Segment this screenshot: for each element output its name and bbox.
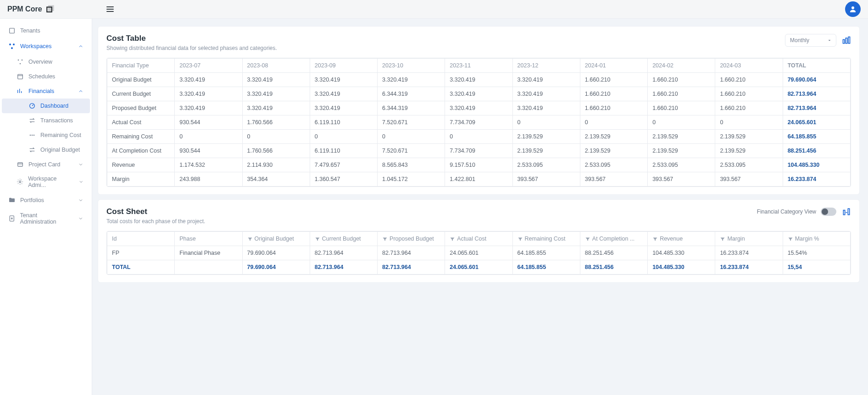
cell: 88.251.456	[580, 260, 647, 274]
cell: FP	[107, 246, 175, 260]
cost-sheet-card: Cost Sheet Total costs for each phase of…	[98, 199, 860, 283]
cell: 2.139.529	[715, 130, 783, 144]
svg-point-18	[11, 218, 13, 219]
cost-sheet-col[interactable]: Margin	[715, 232, 783, 246]
cell: 2.139.529	[512, 144, 580, 158]
cell: Financial Phase	[175, 246, 242, 260]
svg-rect-23	[848, 208, 849, 214]
cost-sheet-scroll[interactable]: IdPhaseOriginal BudgetCurrent BudgetProp…	[106, 231, 851, 275]
svg-rect-22	[843, 210, 845, 215]
cell: 3.320.419	[378, 73, 445, 87]
cost-table-scroll[interactable]: Financial Type2023-072023-082023-092023-…	[106, 58, 851, 187]
svg-point-5	[13, 44, 15, 45]
cell: 354.364	[242, 172, 310, 187]
sidebar-item-financials[interactable]: Financials	[2, 84, 90, 99]
cell: 6.119.110	[310, 144, 377, 158]
cell: 1.660.210	[715, 101, 783, 115]
sidebar-item-overview[interactable]: Overview	[2, 55, 90, 69]
svg-point-4	[9, 44, 11, 45]
cell: 1.760.566	[242, 144, 310, 158]
cell: 104.485.330	[648, 246, 715, 260]
sidebar-item-schedules[interactable]: Schedules	[2, 69, 90, 84]
sidebar-item-remaining-cost[interactable]: Remaining Cost	[2, 128, 90, 143]
svg-rect-15	[18, 163, 23, 166]
cost-sheet-col[interactable]: At Completion ...	[580, 232, 647, 246]
sidebar-item-tenants[interactable]: Tenants	[2, 23, 90, 38]
compare-icon[interactable]	[842, 207, 851, 216]
financial-category-toggle[interactable]	[821, 208, 836, 216]
transactions-icon	[28, 117, 36, 124]
project-card-icon	[17, 161, 24, 168]
sidebar-item-tenant-administration[interactable]: Tenant Administration	[2, 208, 90, 229]
cell: 2.533.095	[648, 158, 715, 172]
row-label: Remaining Cost	[107, 130, 175, 144]
row-label: Current Budget	[107, 87, 175, 101]
chevron-up-icon	[78, 44, 83, 49]
user-avatar[interactable]	[845, 1, 861, 17]
table-row: Proposed Budget3.320.4193.320.4193.320.4…	[107, 101, 851, 115]
cost-table-col: 2024-02	[648, 59, 715, 73]
cell: 3.320.419	[445, 87, 512, 101]
svg-point-12	[30, 135, 31, 136]
cell: 8.565.843	[378, 158, 445, 172]
sidebar-item-transactions[interactable]: Transactions	[2, 113, 90, 128]
cell: 393.567	[648, 172, 715, 187]
cost-table-subtitle: Showing distributed financial data for s…	[106, 45, 277, 51]
cell: 16.233.874	[715, 260, 783, 274]
cost-sheet-col[interactable]: Remaining Cost	[512, 232, 580, 246]
row-total: 24.065.601	[783, 115, 850, 130]
cell: 2.533.095	[580, 158, 647, 172]
cost-sheet-col[interactable]: Actual Cost	[445, 232, 512, 246]
sidebar-item-label: Schedules	[28, 73, 55, 80]
sidebar-item-dashboard[interactable]: Dashboard	[2, 99, 90, 113]
period-select[interactable]: Monthly	[785, 34, 836, 47]
table-row: Remaining Cost000002.139.5292.139.5292.1…	[107, 130, 851, 144]
cell: 3.320.419	[242, 87, 310, 101]
row-total: 16.233.874	[783, 172, 850, 187]
cost-sheet-col[interactable]: Margin %	[783, 232, 850, 246]
svg-rect-10	[18, 74, 23, 79]
cost-sheet-col[interactable]: Proposed Budget	[378, 232, 445, 246]
menu-toggle-button[interactable]	[105, 4, 116, 15]
cost-sheet-col[interactable]: Phase	[175, 232, 242, 246]
cost-table-col-total: TOTAL	[783, 59, 850, 73]
cell: 2.139.529	[648, 130, 715, 144]
dashboard-icon	[28, 102, 36, 110]
cell: 16.233.874	[715, 246, 783, 260]
original-budget-icon	[28, 146, 36, 154]
sidebar-item-workspace-admin[interactable]: Workspace Admi...	[2, 172, 90, 192]
sidebar-item-label: Workspaces	[20, 43, 52, 49]
schedules-icon	[17, 73, 24, 80]
cost-sheet-col[interactable]: Current Budget	[310, 232, 377, 246]
cell: 2.139.529	[580, 130, 647, 144]
cell: 7.520.671	[378, 144, 445, 158]
cell: 2.533.095	[512, 158, 580, 172]
cell: 0	[175, 130, 242, 144]
sidebar-item-project-card[interactable]: Project Card	[2, 157, 90, 172]
sidebar-item-label: Transactions	[40, 117, 73, 124]
main-content: Cost Table Showing distributed financial…	[92, 19, 868, 395]
cost-table-col: 2023-12	[512, 59, 580, 73]
cost-table: Financial Type2023-072023-082023-092023-…	[107, 58, 851, 187]
cell: 79.690.064	[242, 246, 310, 260]
cost-sheet-col[interactable]: Id	[107, 232, 175, 246]
svg-point-9	[20, 63, 21, 65]
cell: 88.251.456	[580, 246, 647, 260]
sidebar-item-label: Portfolios	[20, 197, 44, 203]
cell: 1.660.210	[580, 101, 647, 115]
cell: 1.660.210	[648, 73, 715, 87]
cost-table-col: 2024-01	[580, 59, 647, 73]
sidebar-item-workspaces[interactable]: Workspaces	[2, 39, 90, 54]
svg-point-8	[22, 60, 23, 61]
sidebar-item-portfolios[interactable]: Portfolios	[2, 193, 90, 208]
cell: 1.660.210	[580, 73, 647, 87]
cost-sheet-col[interactable]: Original Budget	[242, 232, 310, 246]
financials-icon	[17, 88, 24, 95]
cell: 3.320.419	[445, 101, 512, 115]
svg-rect-21	[848, 37, 850, 44]
svg-rect-20	[846, 38, 847, 44]
cost-sheet-col[interactable]: Revenue	[648, 232, 715, 246]
sidebar-item-original-budget[interactable]: Original Budget	[2, 143, 90, 157]
row-total: 79.690.064	[783, 73, 850, 87]
chart-view-icon[interactable]	[842, 36, 851, 45]
